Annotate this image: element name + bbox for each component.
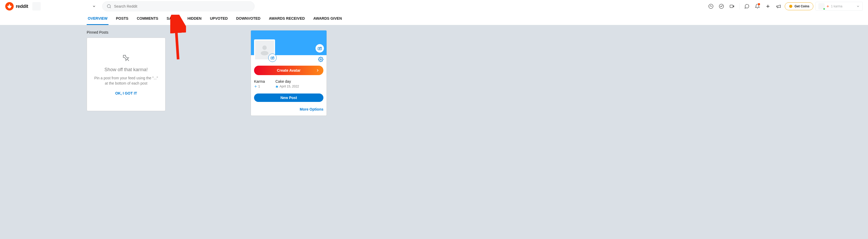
- pinned-card-desc: Pin a post from your feed using the "...…: [93, 76, 159, 86]
- profile-banner: [251, 30, 327, 55]
- sidebar-column: Create Avatar Karma 1 Cake day: [251, 30, 327, 116]
- new-post-button[interactable]: New Post: [254, 93, 323, 102]
- chevron-down-icon: [92, 4, 96, 8]
- main-column: Pinned Posts Show off that karma! Pin a …: [87, 30, 244, 116]
- brand-logo[interactable]: reddit: [5, 2, 28, 10]
- svg-line-5: [110, 7, 111, 8]
- profile-card: Create Avatar Karma 1 Cake day: [251, 30, 327, 116]
- pinned-card-title: Show off that karma!: [104, 67, 148, 72]
- svg-rect-8: [730, 5, 733, 8]
- svg-point-11: [789, 5, 792, 8]
- karma-stat: Karma 1: [254, 79, 265, 88]
- svg-point-12: [828, 6, 828, 7]
- svg-rect-27: [276, 86, 277, 86]
- pinned-posts-card: Show off that karma! Pin a post from you…: [87, 37, 165, 111]
- profile-settings-button[interactable]: [318, 57, 323, 63]
- add-banner-button[interactable]: [315, 44, 324, 53]
- svg-line-13: [127, 59, 129, 61]
- karma-flower-icon: [826, 5, 829, 8]
- svg-point-4: [107, 4, 110, 8]
- popular-icon[interactable]: [707, 2, 715, 10]
- svg-point-2: [7, 6, 8, 7]
- chat-icon[interactable]: [743, 2, 751, 10]
- chevron-right-icon: [315, 68, 320, 72]
- create-post-icon[interactable]: [764, 2, 772, 10]
- search-icon: [107, 4, 112, 9]
- top-header: reddit Get Coins 1 karma: [0, 0, 868, 12]
- cakeday-value: April 15, 2022: [280, 85, 299, 88]
- profile-stats: Karma 1 Cake day April 15, 2022: [254, 79, 323, 88]
- svg-point-25: [255, 86, 256, 87]
- search-bar[interactable]: [102, 1, 254, 11]
- tab-posts[interactable]: POSTS: [115, 12, 129, 25]
- ok-got-it-button[interactable]: OK, I GOT IT: [115, 91, 137, 95]
- create-avatar-label: Create Avatar: [277, 68, 301, 72]
- tab-awards-given[interactable]: AWARDS GIVEN: [312, 12, 343, 25]
- gear-icon: [318, 57, 323, 62]
- karma-value: 1: [258, 85, 260, 88]
- camera-plus-icon: [270, 56, 275, 60]
- pin-icon: [120, 51, 133, 65]
- camera-plus-icon: [317, 46, 322, 51]
- user-menu[interactable]: 1 karma: [815, 2, 863, 11]
- user-avatar-icon: [818, 3, 825, 9]
- svg-point-17: [272, 58, 273, 59]
- notifications-icon[interactable]: [753, 2, 762, 10]
- svg-point-0: [8, 5, 11, 8]
- tab-downvoted[interactable]: DOWNVOTED: [235, 12, 262, 25]
- home-box[interactable]: [32, 2, 41, 10]
- all-icon[interactable]: [717, 2, 725, 10]
- live-icon[interactable]: [728, 2, 736, 10]
- advertise-icon[interactable]: [774, 2, 783, 10]
- cakeday-label: Cake day: [275, 79, 299, 84]
- profile-body: Create Avatar Karma 1 Cake day: [251, 55, 327, 116]
- tab-awards-received[interactable]: AWARDS RECEIVED: [268, 12, 306, 25]
- chevron-down-icon: [856, 4, 860, 8]
- cake-icon: [275, 85, 278, 88]
- add-avatar-button[interactable]: [268, 54, 277, 62]
- svg-point-15: [260, 51, 268, 55]
- search-input[interactable]: [114, 4, 250, 8]
- community-dropdown[interactable]: [90, 3, 98, 9]
- svg-point-6: [709, 4, 713, 9]
- brand-text: reddit: [16, 4, 28, 9]
- tab-hidden[interactable]: HIDDEN: [187, 12, 203, 25]
- pinned-section-title: Pinned Posts: [87, 30, 244, 34]
- coins-label: Get Coins: [795, 4, 809, 8]
- svg-point-3: [10, 6, 11, 7]
- create-avatar-button[interactable]: Create Avatar: [254, 66, 323, 75]
- search-wrap: [102, 1, 254, 11]
- tab-saved[interactable]: SAVED: [165, 12, 180, 25]
- divider: [739, 3, 740, 9]
- tab-comments[interactable]: COMMENTS: [136, 12, 159, 25]
- header-actions: Get Coins 1 karma: [707, 2, 863, 11]
- karma-flower-icon: [254, 85, 257, 88]
- more-options-button[interactable]: More Options: [254, 106, 323, 112]
- cakeday-stat: Cake day April 15, 2022: [275, 79, 299, 88]
- svg-point-21: [319, 48, 320, 49]
- svg-point-14: [262, 46, 267, 50]
- svg-point-24: [320, 59, 321, 60]
- karma-label: Karma: [254, 79, 265, 84]
- profile-avatar: [254, 39, 275, 60]
- reddit-snoo-icon: [5, 2, 14, 10]
- online-status-dot: [823, 8, 825, 10]
- profile-tabs-bar: OVERVIEWPOSTSCOMMENTSSAVEDHIDDENUPVOTEDD…: [0, 12, 868, 25]
- user-karma-text: 1 karma: [831, 4, 842, 8]
- get-coins-button[interactable]: Get Coins: [785, 2, 813, 10]
- content-area: Pinned Posts Show off that karma! Pin a …: [82, 25, 397, 121]
- coin-icon: [789, 4, 793, 8]
- tab-overview[interactable]: OVERVIEW: [87, 12, 108, 25]
- svg-rect-26: [276, 86, 278, 88]
- svg-point-1: [9, 4, 10, 5]
- tab-upvoted[interactable]: UPVOTED: [209, 12, 229, 25]
